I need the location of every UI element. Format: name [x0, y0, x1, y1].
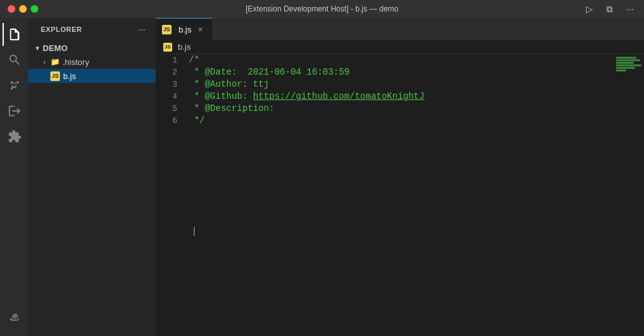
activity-bar	[0, 18, 28, 336]
code-token: * @Date: 2021-06-04 16:03:59	[189, 66, 349, 78]
minimap-line-5	[616, 67, 635, 69]
code-area[interactable]: /* * @Date: 2021-06-04 16:03:59 * @Autho…	[184, 54, 612, 195]
source-control-icon	[8, 78, 22, 92]
file-tree: ▾ DEMO › 📁 .history JS b.js	[28, 41, 156, 336]
activity-source-control[interactable]	[3, 74, 26, 97]
minimap	[612, 54, 644, 195]
bjs-label: b.js	[63, 71, 76, 81]
title-bar: [Extension Development Host] - b.js — de…	[0, 0, 644, 18]
line-num-5: 5	[156, 103, 177, 115]
history-folder-label: .history	[62, 57, 89, 67]
code-token: * @Description:	[189, 103, 274, 115]
text-cursor	[194, 227, 194, 236]
folder-icon: 📁	[50, 57, 60, 66]
editor-content[interactable]: 1 2 3 4 5 6 /* * @Date: 2021-06-04 16:03…	[156, 54, 644, 195]
tab-bjs[interactable]: JS b.js ×	[156, 18, 212, 40]
activity-explorer[interactable]	[3, 23, 26, 46]
line-num-1: 1	[156, 54, 177, 66]
tab-bar: JS b.js ×	[156, 18, 644, 40]
run-button[interactable]: ▷	[580, 2, 598, 16]
layout-button[interactable]: ⧉	[601, 2, 618, 16]
minimap-line-2	[616, 59, 640, 61]
code-line-2: * @Date: 2021-06-04 16:03:59	[189, 66, 612, 78]
code-token: * @Github:	[189, 91, 253, 103]
sidebar: EXPLORER ··· ▾ DEMO › 📁 .history JS b.js	[28, 18, 156, 336]
title-bar-actions: ▷ ⧉ ···	[580, 2, 639, 16]
activity-search[interactable]	[3, 48, 26, 71]
minimap-content	[616, 57, 641, 72]
code-token: /*	[189, 54, 200, 66]
root-folder-label: DEMO	[43, 43, 68, 53]
chevron-right-icon: ›	[41, 59, 48, 66]
line-num-6: 6	[156, 115, 177, 127]
code-line-4: * @Github: https://github.com/tomatoKnig…	[189, 91, 612, 103]
js-file-icon: JS	[50, 71, 60, 81]
files-icon	[8, 27, 22, 41]
close-button[interactable]	[8, 5, 15, 13]
breadcrumb-filename: b.js	[178, 42, 191, 52]
editor-area: JS b.js × JS b.js 1 2 3 4 5 6 /*	[156, 18, 644, 336]
activity-bottom	[3, 307, 26, 336]
activity-docker[interactable]	[3, 307, 26, 330]
sidebar-header-icons: ···	[135, 23, 148, 36]
code-token: * @Author: ttj	[189, 78, 269, 91]
maximize-button[interactable]	[31, 5, 38, 13]
editor-empty-space[interactable]	[156, 195, 644, 336]
code-line-1: /*	[189, 54, 612, 66]
extensions-icon	[8, 129, 22, 143]
sidebar-item-bjs[interactable]: JS b.js	[28, 69, 156, 83]
root-folder[interactable]: ▾ DEMO	[28, 41, 156, 55]
line-num-3: 3	[156, 78, 177, 91]
traffic-lights	[8, 5, 38, 13]
tab-filename: b.js	[179, 25, 191, 34]
code-line-6: */	[189, 115, 612, 127]
code-url[interactable]: https://github.com/tomatoKnightJ	[253, 91, 425, 103]
main-layout: EXPLORER ··· ▾ DEMO › 📁 .history JS b.js	[0, 18, 644, 336]
cursor-area	[156, 195, 644, 236]
sidebar-item-history[interactable]: › 📁 .history	[28, 55, 156, 69]
minimap-line-1	[616, 57, 636, 59]
sidebar-header: EXPLORER ···	[28, 18, 156, 41]
code-token: */	[189, 115, 205, 127]
minimize-button[interactable]	[19, 5, 27, 13]
tab-close-button[interactable]: ×	[195, 24, 205, 34]
minimap-line-4	[616, 64, 641, 66]
sidebar-more-button[interactable]: ···	[135, 23, 148, 36]
line-num-2: 2	[156, 66, 177, 78]
code-line-5: * @Description:	[189, 103, 612, 115]
line-num-4: 4	[156, 91, 177, 103]
window-title: [Extension Development Host] - b.js — de…	[245, 4, 398, 13]
line-numbers: 1 2 3 4 5 6	[156, 54, 184, 195]
minimap-line-6	[616, 69, 626, 71]
activity-extensions[interactable]	[3, 125, 26, 148]
activity-run[interactable]	[3, 99, 26, 122]
code-line-3: * @Author: ttj	[189, 78, 612, 91]
breadcrumb-bar: JS b.js	[156, 40, 644, 54]
chevron-down-icon: ▾	[33, 45, 41, 52]
search-icon	[8, 53, 22, 67]
tab-js-icon: JS	[162, 25, 172, 34]
docker-icon	[8, 311, 22, 325]
more-actions-button[interactable]: ···	[621, 2, 639, 16]
sidebar-title: EXPLORER	[41, 26, 82, 33]
run-debug-icon	[8, 104, 22, 118]
minimap-line-3	[616, 62, 634, 64]
breadcrumb-js-icon: JS	[163, 43, 172, 52]
